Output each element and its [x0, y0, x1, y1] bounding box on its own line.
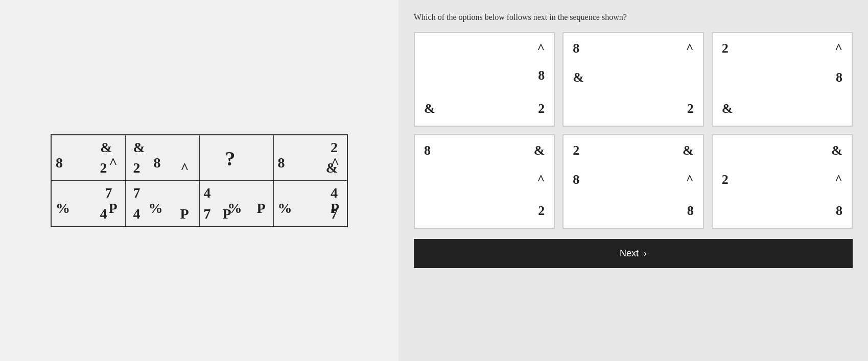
option-D[interactable]: 8 & ^ 2 — [414, 134, 555, 229]
option-F[interactable]: & 2 ^ 8 — [712, 134, 853, 229]
sym-pct: % — [278, 200, 292, 216]
sym-7: 7 — [105, 185, 112, 201]
sym-8: 8 — [836, 203, 842, 219]
cell-2-2: 7 % 4 P — [125, 181, 199, 227]
sym-8b: 8 — [687, 203, 694, 219]
sym-2: 2 — [100, 160, 107, 176]
option-B[interactable]: 8 ^ & 2 — [562, 32, 703, 127]
sym-8: 8 — [56, 155, 63, 171]
sym-amp: & — [100, 139, 112, 156]
cell-1-4: 2 8 ^ & — [273, 135, 347, 181]
sym-2: 2 — [722, 41, 729, 56]
sym-2: 2 — [538, 203, 545, 219]
cell-2-1: 7 % P 4 — [51, 181, 125, 227]
sym-pct: % — [56, 200, 70, 216]
sym-amp: & — [722, 101, 733, 116]
sym-amp: & — [424, 101, 435, 116]
right-panel: Which of the options below follows next … — [398, 0, 868, 361]
cell-1-1: & 8 ^ 2 — [51, 135, 125, 181]
sym-caret: ^ — [537, 41, 545, 56]
matrix-table: & 8 ^ 2 & 8 2 ^ ? 2 8 ^ & — [51, 134, 348, 227]
sym-8: 8 — [154, 155, 161, 171]
sym-8: 8 — [278, 155, 285, 171]
sym-7: 7 — [331, 206, 338, 222]
sym-caret: ^ — [109, 155, 117, 171]
sym-pct: % — [149, 200, 163, 216]
sym-amp: & — [683, 143, 694, 158]
sym-p: P — [256, 200, 265, 216]
sym-4: 4 — [204, 185, 211, 201]
sym-8: 8 — [424, 143, 431, 158]
sym-amp: & — [573, 70, 584, 85]
sym-caret: ^ — [686, 172, 694, 187]
sym-4: 4 — [100, 206, 107, 222]
next-button[interactable]: Next › — [414, 239, 853, 268]
sym-caret: ^ — [537, 172, 545, 187]
sym-question: ? — [225, 147, 236, 171]
sym-4: 4 — [331, 185, 338, 201]
sym-p: P — [180, 206, 189, 222]
sym-amp: & — [326, 160, 338, 176]
cell-1-2: & 8 2 ^ — [125, 135, 199, 181]
sym-2: 2 — [722, 172, 729, 187]
sym-amp: & — [534, 143, 545, 158]
cell-2-4: 4 % P 7 — [273, 181, 347, 227]
next-label: Next — [620, 248, 639, 259]
sym-2: 2 — [538, 101, 545, 116]
sym-7: 7 — [204, 206, 211, 222]
left-panel: & 8 ^ 2 & 8 2 ^ ? 2 8 ^ & — [0, 0, 398, 361]
sym-4: 4 — [133, 206, 140, 222]
sym-caret: ^ — [835, 41, 842, 56]
next-arrow-icon: › — [644, 248, 647, 259]
sym-p2: P — [223, 206, 231, 222]
sym-amp: & — [831, 143, 842, 158]
sym-p: P — [108, 200, 117, 216]
sym-2: 2 — [331, 139, 338, 156]
sym-caret: ^ — [180, 160, 189, 176]
sym-amp: & — [133, 139, 145, 156]
sym-8: 8 — [573, 172, 579, 187]
sym-8: 8 — [573, 41, 579, 56]
option-A[interactable]: ^ 8 & 2 — [414, 32, 555, 127]
question-text: Which of the options below follows next … — [414, 13, 853, 22]
option-E[interactable]: 2 & 8 ^ 8 — [562, 134, 703, 229]
sym-2: 2 — [687, 101, 694, 116]
option-C[interactable]: 2 ^ & 8 — [712, 32, 853, 127]
cell-2-3: 4 P % P 7 — [199, 181, 273, 227]
sym-2: 2 — [573, 143, 579, 158]
sym-8: 8 — [836, 70, 842, 85]
sym-7: 7 — [133, 185, 140, 201]
sym-caret: ^ — [835, 172, 842, 187]
sym-8: 8 — [538, 68, 545, 83]
sym-2: 2 — [133, 160, 140, 176]
cell-1-3: ? — [199, 135, 273, 181]
sym-caret: ^ — [686, 41, 694, 56]
options-grid: ^ 8 & 2 8 ^ & 2 2 ^ & 8 8 & ^ 2 2 — [414, 32, 853, 229]
